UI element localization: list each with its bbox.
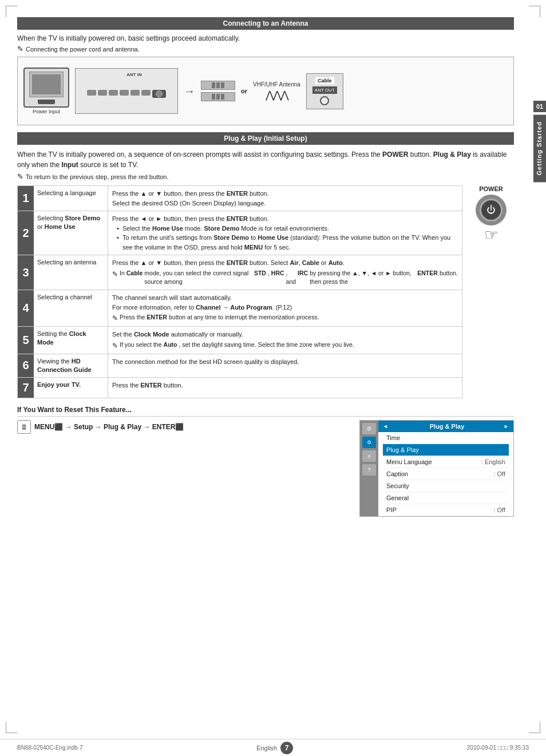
- menu-item-pip-label: PIP: [386, 506, 397, 513]
- step-1-num: 1: [18, 186, 34, 211]
- step-4-num: 4: [18, 290, 34, 326]
- sidebar-icon-3: ∧: [362, 450, 376, 462]
- step-3: 3 Selecting an antenna Press the ▲ or ▼ …: [17, 255, 462, 290]
- tv-front: Power Input: [23, 68, 69, 114]
- step-5-num: 5: [18, 327, 34, 354]
- corner-bl: [6, 722, 17, 733]
- date-info: 2010-09-01 □□□ 9:35:33: [467, 745, 529, 751]
- step-6-num: 6: [18, 354, 34, 378]
- step-7: 7 Enjoy your TV. Press the ENTER button.: [17, 377, 462, 398]
- cable-connector: [320, 96, 329, 105]
- menu-item-general: General: [383, 492, 509, 504]
- menu-sidebar: ⚙ ⚙ ∧ ?: [360, 421, 378, 516]
- menu-item-pip-value: : Off: [493, 506, 505, 513]
- menu-item-plugplay[interactable]: Plug & Play: [383, 444, 509, 456]
- tv-illustration: [23, 68, 69, 108]
- step-3-note: In Cable mode, you can select the correc…: [112, 269, 458, 287]
- step-6-content: The connection method for the best HD sc…: [108, 354, 462, 378]
- menu-item-plugplay-label: Plug & Play: [386, 446, 419, 453]
- step-2-content: Press the ◄ or ► button, then press the …: [108, 211, 462, 255]
- hand-icon: ☞: [484, 225, 498, 244]
- step-7-title: Enjoy your TV.: [34, 378, 108, 398]
- step-7-content: Press the ENTER button.: [108, 378, 462, 398]
- power-label: POWER: [479, 185, 503, 192]
- step-7-num: 7: [18, 378, 34, 398]
- cable-box: Cable ANT OUT: [306, 73, 343, 109]
- step-3-content: Press the ▲ or ▼ button, then press the …: [108, 255, 462, 290]
- reset-text: 🎛 MENU⬛ → Setup → Plug & Play → ENTER⬛: [17, 420, 348, 434]
- step-2-num: 2: [18, 211, 34, 255]
- plugplay-note: To return to the previous step, press th…: [17, 172, 514, 181]
- arrow-icon: →: [184, 85, 195, 98]
- menu-items: Time Plug & Play Menu Language : English: [360, 432, 513, 516]
- corner-tr: [529, 6, 540, 17]
- step-1: 1 Selecting a language Press the ▲ or ▼ …: [17, 185, 462, 211]
- step-1-title: Selecting a language: [34, 186, 108, 211]
- power-button-area: POWER ⏻ ☞: [468, 185, 514, 398]
- tv-stand: [38, 100, 55, 104]
- menu-item-general-label: General: [386, 494, 409, 501]
- corner-br: [529, 722, 540, 733]
- step-4: 4 Selecting a channel The channel search…: [17, 290, 462, 327]
- step-2-title: Selecting Store Demoor Home Use: [34, 211, 108, 255]
- power-circle: ⏻: [476, 195, 507, 225]
- antenna-section: Connecting to an Antenna When the TV is …: [17, 17, 514, 125]
- reset-section: If You Want to Reset This Feature... 🎛 M…: [17, 406, 514, 517]
- antenna-note: Connecting the power cord and antenna.: [17, 45, 514, 53]
- reset-title: If You Want to Reset This Feature...: [17, 406, 514, 417]
- step-5-content: Set the Clock Mode automatically or manu…: [108, 327, 462, 354]
- sidebar-icon-2: ⚙: [362, 437, 376, 448]
- step-2: 2 Selecting Store Demoor Home Use Press …: [17, 211, 462, 255]
- menu-item-menu-lang-label: Menu Language: [386, 458, 432, 465]
- power-icon-symbol: ⏻: [486, 205, 496, 215]
- reset-content: 🎛 MENU⬛ → Setup → Plug & Play → ENTER⬛ ⚙…: [17, 420, 514, 517]
- step-4-note: Press the ENTER button at any time to in…: [112, 313, 458, 323]
- vhf-antenna-symbol: ⋀⋀⋀: [266, 89, 288, 101]
- vhf-uhf-label: VHF/UHF Antenna: [253, 81, 300, 88]
- power-inner: ⏻: [480, 199, 503, 221]
- step-6: 6 Viewing the HD Connection Guide The co…: [17, 354, 462, 378]
- menu-item-security-label: Security: [386, 482, 409, 489]
- plugplay-header: Plug & Play (Initial Setup): [17, 132, 514, 145]
- menu-item-pip: PIP : Off: [383, 504, 509, 516]
- language-label: English: [256, 745, 277, 751]
- step-2-bullets: Select the Home Use mode. Store Demo Mod…: [117, 224, 458, 252]
- menu-path: MENU⬛ → Setup → Plug & Play → ENTER⬛: [34, 423, 184, 431]
- menu-item-caption-label: Caption: [386, 470, 408, 477]
- antenna-diagram: Power Input ANT IN: [17, 57, 514, 125]
- antenna-intro: When the TV is initially powered on, bas…: [17, 34, 514, 42]
- menu-item-time-label: Time: [386, 434, 400, 441]
- step-5-title: Setting the Clock Mode: [34, 327, 108, 354]
- menu-header: ◄ Plug & Play ►: [360, 421, 513, 432]
- remote-icon: 🎛: [17, 420, 31, 434]
- menu-item-menu-lang-value: : English: [481, 458, 505, 465]
- corner-tl: [6, 6, 17, 17]
- menu-item-caption: Caption : Off: [383, 468, 509, 480]
- step-6-title: Viewing the HD Connection Guide: [34, 354, 108, 378]
- menu-item-time: Time: [383, 432, 509, 444]
- sidebar-icon-4: ?: [362, 464, 376, 476]
- step-4-title: Selecting a channel: [34, 290, 108, 326]
- menu-item-caption-value: : Off: [493, 470, 505, 477]
- step-3-num: 3: [18, 255, 34, 290]
- menu-header-title: Plug & Play: [430, 423, 465, 430]
- or-text: or: [241, 88, 247, 94]
- plugplay-section: Plug & Play (Initial Setup) When the TV …: [17, 132, 514, 398]
- step-3-title: Selecting an antenna: [34, 255, 108, 290]
- step-5-note: If you select the Auto, set the daylight…: [112, 341, 458, 351]
- menu-item-menu-lang: Menu Language : English: [383, 456, 509, 468]
- ant-in-label: ANT IN: [126, 72, 142, 77]
- ant-out-label: ANT OUT: [312, 86, 337, 94]
- step-5: 5 Setting the Clock Mode Set the Clock M…: [17, 326, 462, 354]
- setup-menu: ⚙ ⚙ ∧ ? ◄ Plug & Play ► Time: [359, 420, 514, 517]
- file-info: BN68-02540C-Eng.indb 7: [17, 745, 83, 751]
- chapter-number: 01: [533, 101, 546, 112]
- power-input-label: Power Input: [33, 109, 60, 114]
- menu-item-security: Security: [383, 480, 509, 492]
- page-container: 01 Getting Started Connecting to an Ante…: [0, 0, 546, 756]
- plugplay-intro: When the TV is initially powered on, a s…: [17, 149, 514, 170]
- step-1-content: Press the ▲ or ▼ button, then press the …: [108, 186, 462, 211]
- bottom-bar: BN68-02540C-Eng.indb 7 English 7 2010-09…: [0, 739, 546, 756]
- vhf-antenna-section: VHF/UHF Antenna ⋀⋀⋀: [253, 81, 300, 101]
- step-4-content: The channel search will start automatica…: [108, 290, 462, 326]
